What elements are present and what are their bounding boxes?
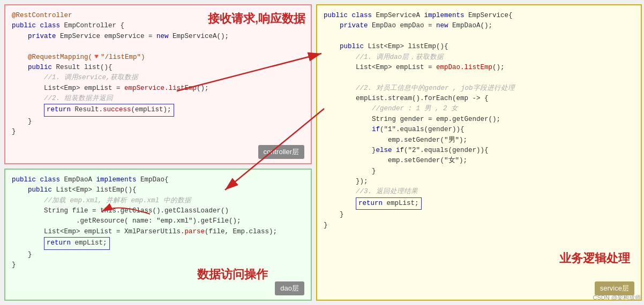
controller-annotation: 接收请求,响应数据 xyxy=(208,10,305,28)
controller-box: 接收请求,响应数据 @RestController public class E… xyxy=(4,4,312,164)
dao-label: dao层 xyxy=(275,281,304,295)
service-annotation: 业务逻辑处理 xyxy=(559,249,630,268)
main-container: 接收请求,响应数据 @RestController public class E… xyxy=(0,0,644,305)
left-side: 接收请求,响应数据 @RestController public class E… xyxy=(0,0,316,305)
service-code: public class EmpServiceA implements EmpS… xyxy=(324,11,634,231)
service-box: 业务逻辑处理 public class EmpServiceA implemen… xyxy=(316,4,642,301)
dao-annotation: 数据访问操作 xyxy=(197,265,268,284)
controller-code: @RestController public class EmpControll… xyxy=(12,11,304,138)
csdn-watermark: CSDN @架构成师 xyxy=(593,294,641,302)
dao-box: 数据访问操作 public class EmpDaoA implements E… xyxy=(4,169,312,301)
controller-label: controller层 xyxy=(258,145,304,159)
right-side: 业务逻辑处理 public class EmpServiceA implemen… xyxy=(316,0,644,305)
dao-code: public class EmpDaoA implements EmpDao{ … xyxy=(12,175,304,270)
